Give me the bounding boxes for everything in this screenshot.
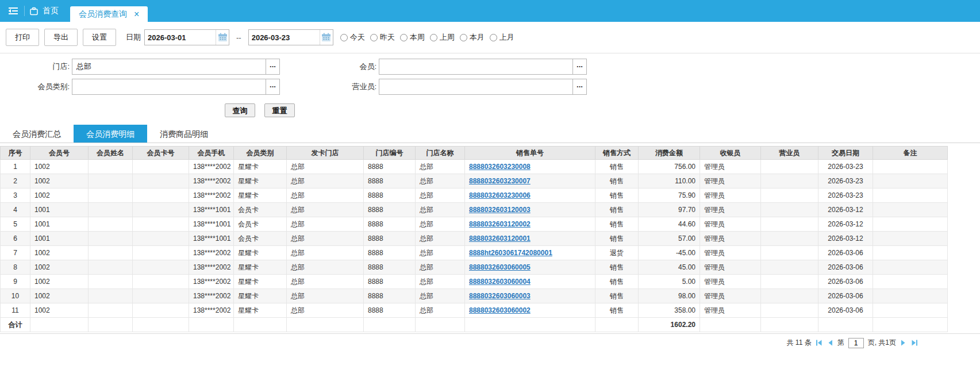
table-row[interactable]: 111002138****2002星耀卡总部8888总部888803260306… [1,303,948,318]
cell-member-no: 1002 [30,174,89,188]
member-input[interactable] [379,59,572,74]
next-page-icon[interactable] [899,338,908,347]
cell-cashier: 管理员 [700,232,761,246]
salesperson-picker-button[interactable]: ... [572,79,586,94]
cell-sale-type: 销售 [595,203,639,217]
order-link[interactable]: 8888032603120003 [469,206,531,214]
order-link[interactable]: 8888032603230006 [469,191,531,199]
cell-order-no: 8888032603120001 [465,232,595,246]
calendar-from-icon[interactable] [216,30,229,45]
table-row[interactable]: 101002138****2002星耀卡总部8888总部888803260306… [1,289,948,303]
cell-trade-date: 2026-03-06 [818,260,873,275]
order-link[interactable]: 8888032603060004 [469,278,531,286]
prev-page-icon[interactable] [826,338,835,347]
order-link[interactable]: 8888032603120002 [469,220,531,228]
date-from-input[interactable] [145,30,216,45]
order-link[interactable]: 8888032603060002 [469,306,531,314]
order-link[interactable]: 8888032603120001 [469,234,531,243]
store-label: 门店: [0,61,72,72]
table-row[interactable]: 71002138****2002星耀卡总部8888总部8888ht2603061… [1,246,948,260]
result-tab-1[interactable]: 会员消费汇总 [0,125,74,143]
home-icon [29,7,39,16]
quick-range-option[interactable]: 昨天 [370,32,395,43]
print-button[interactable]: 打印 [6,29,39,46]
cell-order-no: 8888032603060002 [465,303,595,318]
quick-range-group: 今天昨天本周上周本月上月 [340,32,520,43]
active-tab[interactable]: 会员消费查询 × [70,6,148,22]
export-button[interactable]: 导出 [44,29,78,46]
cell-sale-type: 销售 [595,289,639,303]
cell-empty [133,318,189,332]
quick-range-option[interactable]: 本周 [400,32,425,43]
cell-order-no: 8888032603060004 [465,275,595,289]
salesperson-input[interactable] [379,79,572,94]
member-type-picker-button[interactable]: ... [266,79,279,94]
order-link[interactable]: 8888032603060003 [469,292,531,300]
last-page-icon[interactable] [910,338,919,347]
cell-amount: -45.00 [639,246,700,260]
cell-card-no [133,232,189,246]
total-row: 合计1602.20 [1,318,948,332]
table-row[interactable]: 11002138****2002星耀卡总部8888总部8888032603230… [1,160,948,174]
order-link[interactable]: 8888032603230008 [469,163,531,171]
cell-store-name: 总部 [416,232,465,246]
topbar: 首页 会员消费查询 × [0,0,980,22]
query-button[interactable]: 查询 [225,103,255,117]
radio-icon [430,34,437,41]
order-link[interactable]: 8888032603060005 [469,263,531,271]
cell-card-no [133,160,189,174]
reset-button[interactable]: 重置 [264,103,295,117]
cell-store-name: 总部 [416,188,465,203]
close-tab-icon[interactable]: × [134,10,139,19]
collapse-menu-icon[interactable] [5,2,22,20]
store-input[interactable] [72,59,266,74]
cell-remark [873,260,948,275]
cell-cashier: 管理员 [700,174,761,188]
quick-range-option[interactable]: 今天 [340,32,365,43]
cell-store-no: 8888 [364,232,416,246]
cell-trade-date: 2026-03-23 [818,188,873,203]
first-page-icon[interactable] [814,338,823,347]
cell-trade-date: 2026-03-06 [818,303,873,318]
cell-trade-date: 2026-03-23 [818,160,873,174]
cell-store-no: 8888 [364,260,416,275]
table-row[interactable]: 51001138****1001会员卡总部8888总部8888032603120… [1,217,948,232]
table-row[interactable]: 41001138****1001会员卡总部8888总部8888032603120… [1,203,948,217]
table-row[interactable]: 91002138****2002星耀卡总部8888总部8888032603060… [1,275,948,289]
quick-range-option[interactable]: 上月 [490,32,514,43]
page-suffix: 页, 共1页 [868,338,896,348]
date-to-input[interactable] [249,30,320,45]
table-row[interactable]: 21002138****2002星耀卡总部8888总部8888032603230… [1,174,948,188]
settings-button[interactable]: 设置 [83,29,116,46]
result-tab-2[interactable]: 会员消费明细 [74,125,147,143]
calendar-to-icon[interactable] [320,30,333,45]
cell-salesperson [761,289,818,303]
member-picker-button[interactable]: ... [572,59,586,74]
cell-member-type: 会员卡 [234,232,287,246]
table-row[interactable]: 81002138****2002星耀卡总部8888总部8888032603060… [1,260,948,275]
active-tab-label: 会员消费查询 [79,9,127,20]
cell-cashier: 管理员 [700,160,761,174]
quick-range-option[interactable]: 上周 [430,32,455,43]
column-header: 发卡门店 [287,147,364,160]
cell-phone: 138****2002 [189,246,234,260]
table-row[interactable]: 61001138****1001会员卡总部8888总部8888032603120… [1,232,948,246]
page-input[interactable] [848,338,864,348]
column-header: 序号 [1,147,30,160]
column-header: 门店名称 [416,147,465,160]
order-link[interactable]: 8888032603230007 [469,177,531,185]
member-type-input[interactable] [72,79,266,94]
store-picker-button[interactable]: ... [266,59,279,74]
radio-icon [370,34,378,41]
cell-sale-type: 销售 [595,275,639,289]
order-link[interactable]: 8888ht2603061742080001 [469,249,552,257]
table-row[interactable]: 31002138****2002星耀卡总部8888总部8888032603230… [1,188,948,203]
quick-range-option[interactable]: 本月 [460,32,485,43]
cell-empty [234,318,287,332]
cell-remark [873,174,948,188]
column-header: 会员手机 [189,147,234,160]
home-tab[interactable]: 首页 [29,6,59,16]
result-tab-3[interactable]: 消费商品明细 [147,125,221,143]
cell-salesperson [761,160,818,174]
cell-member-name [89,160,133,174]
